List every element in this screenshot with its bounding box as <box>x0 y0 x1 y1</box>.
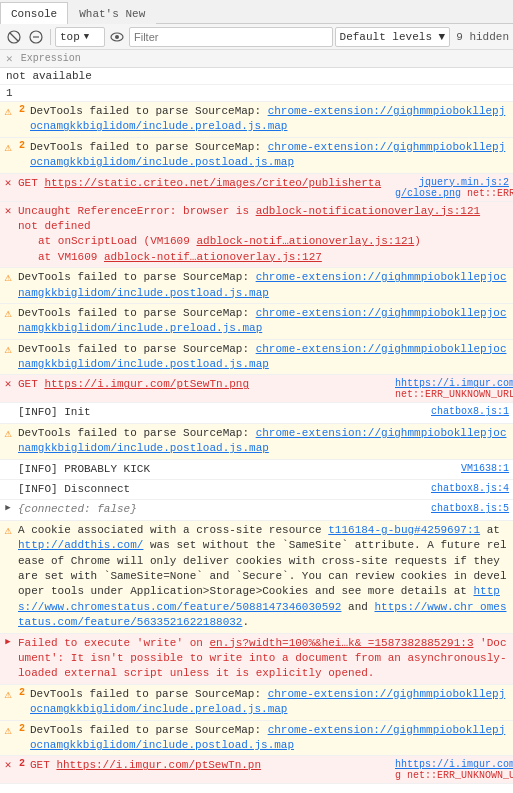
error-icon: ✕ <box>0 376 16 390</box>
message-source[interactable]: chatbox8.js:4 <box>423 482 513 495</box>
list-item: ⚠ 2 DevTools failed to parse SourceMap: … <box>0 685 513 721</box>
list-item: ⚠ 2 DevTools failed to parse SourceMap: … <box>0 138 513 174</box>
info-spacer <box>0 461 16 462</box>
message-text: DevTools failed to parse SourceMap: chro… <box>28 722 513 755</box>
message-text: DevTools failed to parse SourceMap: chro… <box>16 425 513 458</box>
message-text: DevTools failed to parse SourceMap: chro… <box>28 686 513 719</box>
stop-recording-button[interactable] <box>26 27 46 47</box>
message-source[interactable]: hhttps://i.imgur.com/ptSewTn.png:1 g net… <box>393 758 513 782</box>
message-text: DevTools failed to parse SourceMap: chro… <box>16 305 513 338</box>
filter-input[interactable] <box>129 27 333 47</box>
list-item: ⚠ 2 DevTools failed to parse SourceMap: … <box>0 102 513 138</box>
error-icon: ✕ <box>0 757 16 771</box>
warning-icon: ⚠ <box>0 522 16 538</box>
line-number: 1 <box>0 85 513 102</box>
context-selector[interactable]: top ▼ <box>55 27 105 47</box>
tab-bar: Console What's New <box>0 0 513 24</box>
message-text: DevTools failed to parse SourceMap: chro… <box>28 103 513 136</box>
message-text: GET https://i.imgur.com/ptSewTn.png <box>16 376 393 393</box>
message-text: GET https://static.criteo.net/images/cri… <box>16 175 393 192</box>
list-item: [INFO] PROBABLY KICK VM1638:1 <box>0 460 513 480</box>
list-item: ✕ GET https://static.criteo.net/images/c… <box>0 174 513 202</box>
message-source[interactable]: jquery.min.js:2 g/close.png net::ERR_FAI… <box>393 176 513 200</box>
warning-icon: ⚠ <box>0 269 16 285</box>
message-text: Uncaught ReferenceError: browser is adbl… <box>16 203 513 267</box>
message-text: [INFO] Disconnect <box>16 481 423 498</box>
warning-icon: ⚠ <box>0 341 16 357</box>
expression-bar: ✕ Expression <box>0 50 513 68</box>
clear-icon <box>7 30 21 44</box>
expression-value: not available <box>0 68 513 85</box>
message-text: DevTools failed to parse SourceMap: chro… <box>28 139 513 172</box>
message-source[interactable]: chatbox8.js:1 <box>423 405 513 418</box>
message-source[interactable]: hhttps://i.imgur.com/ptSewTn.png:1 net::… <box>393 377 513 401</box>
list-item: [INFO] Init chatbox8.js:1 <box>0 403 513 423</box>
message-text: GET hhttps://i.imgur.com/ptSewTn.pn <box>28 757 393 774</box>
warning-icon: ⚠ <box>0 139 16 155</box>
message-text: Failed to execute 'write' on en.js?width… <box>16 635 513 683</box>
count-badge: 2 <box>16 757 28 769</box>
live-expression-button[interactable] <box>107 27 127 47</box>
tab-console[interactable]: Console <box>0 2 68 24</box>
list-item: ✕ Uncaught ReferenceError: browser is ad… <box>0 202 513 269</box>
svg-point-5 <box>115 35 119 39</box>
arrow-icon: ▶ <box>0 501 16 513</box>
warning-icon: ⚠ <box>0 425 16 441</box>
stop-icon <box>29 30 43 44</box>
message-text: A cookie associated with a cross-site re… <box>16 522 513 632</box>
expression-label: Expression <box>21 53 81 64</box>
warning-icon: ⚠ <box>0 722 16 738</box>
info-spacer <box>0 481 16 482</box>
message-source[interactable]: chatbox8.js:5 <box>423 502 513 515</box>
log-level-selector[interactable]: Default levels ▼ <box>335 27 451 47</box>
list-item: ⚠ DevTools failed to parse SourceMap: ch… <box>0 340 513 376</box>
list-item: ⚠ DevTools failed to parse SourceMap: ch… <box>0 304 513 340</box>
count-badge: 2 <box>16 139 28 151</box>
list-item: ⚠ A cookie associated with a cross-site … <box>0 521 513 634</box>
clear-console-button[interactable] <box>4 27 24 47</box>
message-text: [INFO] Init <box>16 404 423 421</box>
toolbar-divider <box>50 29 51 45</box>
svg-line-1 <box>10 33 18 41</box>
context-dropdown-arrow: ▼ <box>84 32 89 42</box>
message-source[interactable]: VM1638:1 <box>423 462 513 475</box>
hidden-count: 9 hidden <box>456 31 509 43</box>
info-spacer <box>0 404 16 405</box>
message-text: [INFO] PROBABLY KICK <box>16 461 423 478</box>
list-item: ✕ GET https://i.imgur.com/ptSewTn.png hh… <box>0 375 513 403</box>
count-badge: 2 <box>16 103 28 115</box>
count-badge: 2 <box>16 686 28 698</box>
tab-whats-new[interactable]: What's New <box>68 2 156 24</box>
message-text: {connected: false} <box>16 501 423 518</box>
console-output: not available 1 ⚠ 2 DevTools failed to p… <box>0 68 513 784</box>
error-icon: ✕ <box>0 175 16 189</box>
eye-icon <box>110 32 124 42</box>
message-text: DevTools failed to parse SourceMap: chro… <box>16 341 513 374</box>
list-item: ▶ Failed to execute 'write' on en.js?wid… <box>0 634 513 685</box>
list-item: ✕ 2 GET hhttps://i.imgur.com/ptSewTn.pn … <box>0 756 513 784</box>
warning-icon: ⚠ <box>0 686 16 702</box>
close-expression-button[interactable]: ✕ <box>6 52 13 65</box>
toolbar: top ▼ Default levels ▼ 9 hidden <box>0 24 513 50</box>
list-item: ⚠ 2 DevTools failed to parse SourceMap: … <box>0 721 513 757</box>
arrow-icon: ▶ <box>0 635 16 647</box>
warning-icon: ⚠ <box>0 305 16 321</box>
error-icon: ✕ <box>0 203 16 217</box>
list-item: [INFO] Disconnect chatbox8.js:4 <box>0 480 513 500</box>
list-item: ▶ {connected: false} chatbox8.js:5 <box>0 500 513 520</box>
message-text: DevTools failed to parse SourceMap: chro… <box>16 269 513 302</box>
list-item: ⚠ DevTools failed to parse SourceMap: ch… <box>0 268 513 304</box>
warning-icon: ⚠ <box>0 103 16 119</box>
count-badge: 2 <box>16 722 28 734</box>
list-item: ⚠ DevTools failed to parse SourceMap: ch… <box>0 424 513 460</box>
